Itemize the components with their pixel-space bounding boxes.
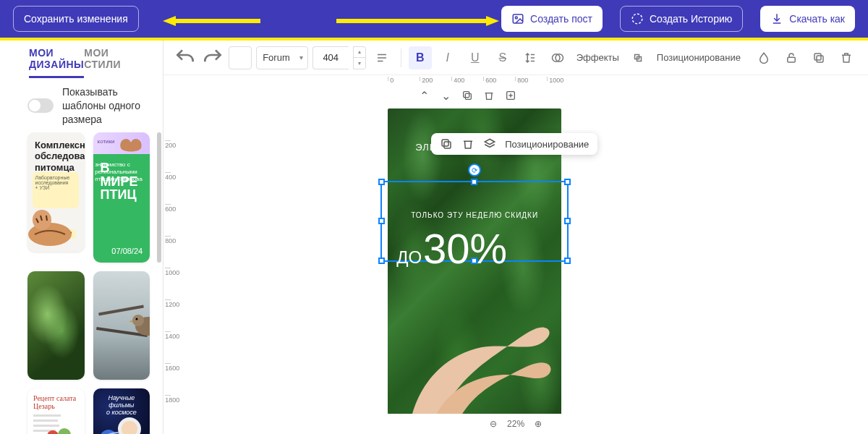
resize-handle-tm[interactable] [471, 179, 477, 185]
design-card-recipe[interactable]: Рецепт салата Цезарь [27, 388, 85, 434]
effects-button[interactable]: Эффекты [574, 52, 622, 63]
ruler-h-tick: 1000 [547, 77, 563, 81]
undo-button[interactable] [174, 46, 197, 69]
effects-icon[interactable] [546, 46, 569, 69]
resize-handle-br[interactable] [564, 258, 571, 264]
ruler-h-tick: 200 [420, 77, 433, 81]
underline-button[interactable]: U [464, 46, 487, 69]
design-card-bird-photo[interactable] [93, 271, 150, 380]
align-button[interactable] [370, 46, 393, 69]
annotation-arrow-left [163, 14, 264, 27]
canvas-wrap: 0 200 400 600 800 1000 200 400 600 800 1… [163, 75, 868, 434]
ruler-v-tick: 1400 [165, 331, 171, 340]
sparrow-icon [128, 309, 150, 341]
page-add-button[interactable] [503, 88, 518, 103]
italic-button[interactable]: I [436, 46, 459, 69]
save-changes-button[interactable]: Сохранить изменения [13, 6, 139, 32]
create-post-button[interactable]: Создать пост [501, 6, 603, 32]
redo-button[interactable] [201, 46, 224, 69]
color-swatch[interactable] [229, 46, 252, 69]
ctx-layers-icon[interactable] [483, 137, 496, 150]
ruler-v-tick: 1000 [165, 268, 171, 276]
scrollbar[interactable] [157, 132, 161, 263]
page-duplicate-button[interactable] [460, 88, 475, 103]
font-family-select[interactable]: Forum [256, 46, 308, 69]
canvas-discount-text[interactable]: ДО 30% [396, 224, 507, 273]
svg-point-5 [515, 17, 517, 19]
resize-handle-tl[interactable] [378, 179, 385, 185]
canvas[interactable]: ⌃ ⌄ ЭЛЕКТРОЭПИЛЯЦИЯ В Позиционирование [388, 109, 561, 427]
ruler-h-tick: 0 [388, 77, 393, 81]
lock-button[interactable] [780, 46, 803, 69]
ruler-horizontal: 0 200 400 600 800 1000 [163, 75, 868, 90]
card-birds-sub: знакомство с региональными птицами Тамбо… [95, 161, 144, 183]
pretzel-icon [116, 134, 145, 153]
zoom-in-button[interactable]: ⊕ [535, 419, 542, 429]
story-circle-icon [631, 12, 644, 25]
ruler-v-tick: 800 [165, 236, 171, 244]
size-up[interactable]: ▴ [354, 47, 365, 59]
line-height-button[interactable] [519, 46, 542, 69]
design-card-space[interactable]: Научные фильмы о космосе [93, 388, 150, 434]
card-birds-date: 07/08/24 [111, 247, 142, 255]
design-artboard[interactable]: ЭЛЕКТРОЭПИЛЯЦИЯ В Позиционирование ⟳ [388, 109, 561, 427]
svg-rect-40 [442, 140, 448, 146]
ruler-vertical: 200 400 600 800 1000 1200 1400 1600 1800 [163, 90, 184, 434]
ruler-v-tick: 1800 [165, 395, 171, 404]
zoom-bar: ⊖ 22% ⊕ [163, 414, 868, 434]
bold-button[interactable]: B [409, 46, 432, 69]
editor: Forum ▴▾ B I U S Эффекты Позиционировани… [163, 41, 868, 434]
left-panel: МОИ ДИЗАЙНЫ МОИ СТИЛИ Показывать шаблоны… [0, 41, 163, 434]
canvas-subtitle[interactable]: ТОЛЬКО ЭТУ НЕДЕЛЮ СКИДКИ [388, 211, 561, 219]
same-size-toggle[interactable] [27, 98, 54, 113]
opacity-button[interactable] [752, 46, 775, 69]
ruler-v-tick: 1200 [165, 299, 171, 308]
page-up-button[interactable]: ⌃ [417, 88, 431, 103]
same-size-label: Показывать шаблоны одного размера [62, 85, 148, 127]
save-changes-label: Сохранить изменения [24, 13, 128, 25]
font-size-input[interactable] [312, 46, 349, 69]
card-vet-note-l2: + УЗИ [35, 185, 76, 190]
svg-rect-34 [466, 93, 472, 99]
design-card-green[interactable] [27, 271, 85, 380]
resize-handle-tr[interactable] [564, 179, 571, 185]
font-size-spinner[interactable]: ▴▾ [353, 46, 366, 69]
planet-icon [98, 427, 119, 434]
positioning-button[interactable]: Позиционирование [654, 52, 744, 63]
card-vet-title: Комплексное обследование питомца [35, 140, 77, 174]
annotation-arrow-right [333, 14, 499, 27]
svg-rect-32 [817, 56, 823, 62]
ctx-delete-icon[interactable] [461, 137, 475, 150]
create-story-label: Создать Историю [650, 13, 732, 25]
position-icon[interactable] [626, 46, 650, 69]
strikethrough-button[interactable]: S [491, 46, 514, 69]
design-card-cats-strip[interactable]: котики В МИРЕ ПТИЦ знакомство с регионал… [93, 132, 150, 263]
resize-handle-bl[interactable] [378, 258, 385, 264]
legs-image[interactable] [395, 318, 554, 427]
ctx-duplicate-icon[interactable] [440, 137, 453, 150]
svg-point-13 [47, 430, 59, 434]
zoom-out-button[interactable]: ⊖ [490, 419, 497, 429]
ruler-h-tick: 400 [451, 77, 464, 81]
page-down-button[interactable]: ⌄ [438, 88, 453, 103]
selection-context-toolbar: Позиционирование [431, 133, 597, 155]
tab-my-designs[interactable]: МОИ ДИЗАЙНЫ [29, 41, 84, 78]
svg-point-14 [58, 428, 71, 434]
svg-marker-3 [486, 16, 499, 26]
download-as-button[interactable]: Скачать как [760, 6, 855, 32]
resize-handle-ml[interactable] [378, 218, 385, 224]
design-card-vet[interactable]: Комплексное обследование питомца - 30% Л… [27, 132, 85, 252]
page-delete-button[interactable] [482, 88, 496, 103]
create-story-button[interactable]: Создать Историю [620, 6, 743, 32]
tiger-icon [27, 203, 75, 247]
ctx-positioning-button[interactable]: Позиционирование [505, 139, 589, 150]
svg-point-6 [632, 14, 642, 24]
delete-button[interactable] [835, 46, 858, 69]
designs-scroll: Комплексное обследование питомца - 30% Л… [0, 132, 163, 434]
tab-my-styles[interactable]: МОИ СТИЛИ [84, 41, 134, 78]
svg-rect-35 [464, 92, 469, 98]
duplicate-button[interactable] [807, 46, 830, 69]
resize-handle-mr[interactable] [564, 218, 571, 224]
font-family-value: Forum [263, 52, 290, 63]
size-down[interactable]: ▾ [354, 58, 365, 69]
